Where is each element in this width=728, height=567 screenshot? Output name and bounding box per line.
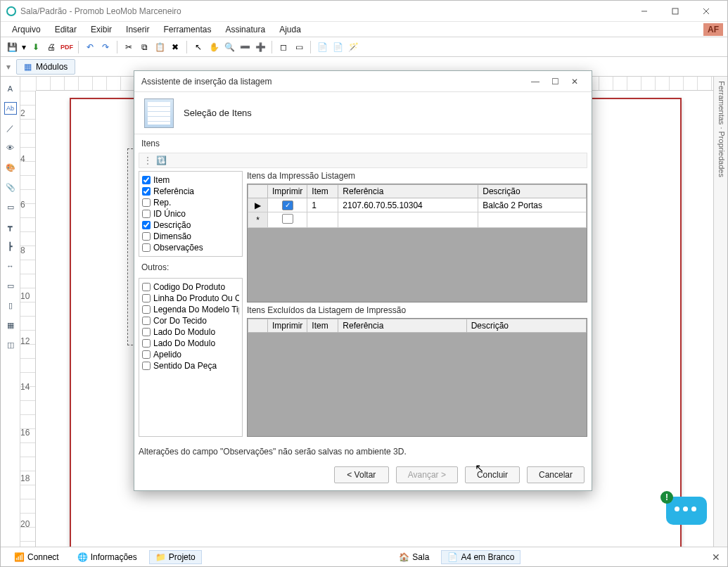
checklist-row[interactable]: Observações	[142, 242, 239, 253]
page2-icon[interactable]: 📄	[331, 40, 345, 54]
pointer-icon[interactable]: ↖	[191, 40, 205, 54]
af-badge[interactable]: AF	[703, 23, 723, 36]
table-row[interactable]: ▶✓12107.60.70.55.10304Balcão 2 Portas	[248, 198, 587, 212]
pdf-icon[interactable]: PDF	[60, 40, 74, 54]
minimize-button[interactable]	[629, 1, 660, 21]
cancel-button[interactable]: Cancelar	[527, 466, 585, 483]
wizard-maximize-icon[interactable]: ☐	[545, 77, 565, 87]
checklist-row[interactable]: Dimensão	[142, 231, 239, 242]
menu-ajuda[interactable]: Ajuda	[272, 23, 308, 36]
checkbox[interactable]	[142, 328, 151, 336]
checklist-row[interactable]: Apelido	[142, 349, 239, 360]
redo-icon[interactable]: ↷	[98, 40, 113, 54]
checklist-row[interactable]: Sentido Da Peça	[142, 360, 239, 371]
checklist-row[interactable]: Descrição	[142, 219, 239, 231]
tab-info[interactable]: 🌐Informações	[71, 550, 143, 564]
wizard-icon[interactable]: 🪄	[346, 40, 360, 54]
page1-icon[interactable]: 📄	[315, 40, 329, 54]
checkbox[interactable]	[142, 339, 151, 348]
finish-button[interactable]: Concluir	[465, 466, 520, 483]
menu-arquivo[interactable]: Arquivo	[5, 23, 48, 36]
pal-shape-icon[interactable]: ▭	[4, 200, 17, 213]
undo-icon[interactable]: ↶	[83, 40, 97, 54]
save-dropdown-icon[interactable]: ▾	[20, 40, 27, 54]
strip-dropdown-icon[interactable]: ▾	[5, 62, 12, 72]
tab-sala[interactable]: 🏠Sala	[392, 550, 435, 564]
paste-icon[interactable]: 📋	[153, 40, 167, 54]
print-checkbox[interactable]	[282, 214, 293, 224]
checkbox[interactable]	[142, 317, 151, 325]
back-button[interactable]: < Voltar	[334, 466, 389, 483]
menu-inserir[interactable]: Inserir	[119, 23, 156, 36]
tab-a4[interactable]: 📄A4 em Branco	[441, 550, 521, 564]
checklist-row[interactable]: Lado Do Modulo	[142, 338, 239, 349]
maximize-button[interactable]	[660, 1, 691, 21]
status-close-icon[interactable]: ✕	[712, 552, 720, 563]
wizard-close-icon[interactable]: ✕	[565, 77, 585, 87]
checkbox[interactable]	[142, 362, 151, 370]
zoom-out-icon[interactable]: ➖	[238, 40, 252, 54]
cut-icon[interactable]: ✂	[122, 40, 136, 54]
pal-grid-icon[interactable]: ▦	[4, 319, 17, 331]
table-row[interactable]: *	[248, 212, 587, 228]
close-button[interactable]	[691, 1, 722, 21]
checklist-row[interactable]: Rep.	[142, 197, 239, 208]
menu-editar[interactable]: Editar	[48, 23, 84, 36]
right-panel-label[interactable]: Ferramentas · Propriedades	[713, 77, 727, 547]
checklist-row[interactable]: Item	[142, 174, 239, 186]
copy-icon[interactable]: ⧉	[137, 40, 151, 54]
menu-ferramentas[interactable]: Ferramentas	[156, 23, 218, 36]
tab-project[interactable]: 📁Projeto	[149, 550, 202, 564]
zoom-in-icon[interactable]: ➕	[253, 40, 267, 54]
checklist-row[interactable]: ID Único	[142, 208, 239, 219]
checklist-label: Dimensão	[153, 231, 191, 241]
export-icon[interactable]: ⬇	[29, 40, 43, 54]
pal-align-t-icon[interactable]: ┳	[4, 220, 17, 233]
pal-text-icon[interactable]: A	[4, 82, 17, 95]
checklist-row[interactable]: Linha Do Produto Ou Cod	[142, 293, 239, 304]
checkbox[interactable]	[142, 221, 151, 229]
checkbox[interactable]	[142, 232, 151, 241]
print-icon[interactable]: 🖨	[44, 40, 58, 54]
pal-clip-icon[interactable]: 📎	[4, 181, 17, 193]
checklist-row[interactable]: Lado Do Modulo	[142, 326, 239, 338]
pal-rect-icon[interactable]: ▭	[4, 279, 17, 292]
pal-align-l-icon[interactable]: ┣	[4, 240, 17, 253]
delete-icon[interactable]: ✖	[168, 40, 182, 54]
checklist-row[interactable]: Codigo Do Produto	[142, 281, 239, 293]
menu-exibir[interactable]: Exibir	[84, 23, 119, 36]
checklist-row[interactable]: Legenda Do Modelo Tipo	[142, 304, 239, 315]
checkbox[interactable]	[142, 176, 151, 184]
pal-ab-icon[interactable]: Ab	[4, 102, 17, 115]
included-table[interactable]: Imprimir Item Referência Descrição ▶✓121…	[248, 184, 587, 228]
wizard-minimize-icon[interactable]: —	[525, 77, 545, 87]
modules-button[interactable]: ▦ Módulos	[16, 59, 75, 75]
save-icon[interactable]: 💾	[5, 40, 19, 54]
checkbox[interactable]	[142, 283, 151, 291]
checkbox[interactable]	[142, 198, 151, 207]
checklist-row[interactable]: Cor Do Tecido	[142, 315, 239, 326]
excluded-table[interactable]: Imprimir Item Referência Descrição	[248, 319, 587, 333]
menu-assinatura[interactable]: Assinatura	[218, 23, 272, 36]
checkbox[interactable]	[142, 350, 151, 359]
crop2-icon[interactable]: ▭	[292, 40, 306, 54]
checkbox[interactable]	[142, 305, 151, 314]
pal-line-icon[interactable]: ／	[4, 122, 17, 134]
zoom-window-icon[interactable]: 🔍	[222, 40, 236, 54]
refresh-icon[interactable]: 🔃	[156, 155, 167, 165]
checkbox[interactable]	[142, 210, 151, 218]
print-checkbox[interactable]: ✓	[282, 200, 293, 210]
pal-color-icon[interactable]: 🎨	[4, 161, 17, 174]
crop1-icon[interactable]: ◻	[276, 40, 290, 54]
chat-bubble[interactable]: !	[666, 497, 707, 525]
checkbox[interactable]	[142, 187, 151, 196]
hand-icon[interactable]: ✋	[207, 40, 221, 54]
pal-snap-icon[interactable]: ◫	[4, 338, 17, 351]
checklist-row[interactable]: Referência	[142, 186, 239, 197]
pal-dim-icon[interactable]: ↔	[4, 260, 17, 272]
tab-connect[interactable]: 📶Connect	[8, 550, 65, 564]
pal-eye-icon[interactable]: 👁	[4, 141, 17, 154]
checkbox[interactable]	[142, 294, 151, 302]
pal-rect2-icon[interactable]: ▯	[4, 299, 17, 312]
checkbox[interactable]	[142, 243, 151, 252]
